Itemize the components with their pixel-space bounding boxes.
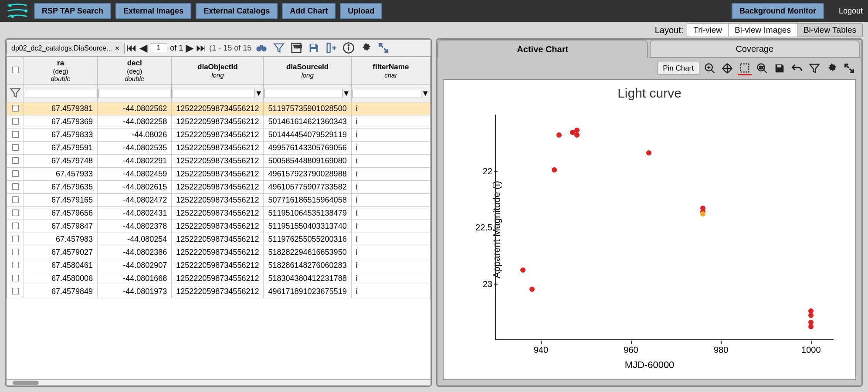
row-checkbox[interactable] [12, 223, 19, 230]
first-page-icon[interactable]: ⏮ [126, 42, 137, 54]
zoom-in-icon[interactable] [703, 61, 717, 75]
filter-row-icon[interactable] [8, 85, 23, 100]
horizontal-scrollbar[interactable] [7, 379, 431, 385]
row-checkbox[interactable] [12, 170, 19, 177]
next-page-icon[interactable]: ▶ [186, 42, 193, 54]
filter-filtername[interactable] [353, 89, 422, 98]
pan-icon[interactable] [720, 61, 734, 75]
table-row[interactable]: 67.4579635 -44.0802615 12522205987345562… [7, 181, 431, 194]
col-ra[interactable]: ra(deg)double [24, 57, 98, 84]
save-chart-icon[interactable] [773, 61, 787, 75]
filter-decl[interactable] [98, 89, 170, 98]
row-checkbox[interactable] [12, 183, 19, 190]
add-chart-button[interactable]: Add Chart [282, 3, 336, 19]
info-icon[interactable] [341, 41, 356, 55]
table-row[interactable]: 67.4579165 -44.0802472 12522205987345562… [7, 194, 431, 207]
logout-link[interactable]: Logout [839, 7, 863, 16]
table-row[interactable]: 67.4579833 -44.08026 1252220598734556212… [7, 128, 431, 142]
data-point[interactable] [529, 287, 535, 292]
row-checkbox[interactable] [12, 249, 19, 256]
add-column-icon[interactable] [324, 41, 339, 55]
table-row[interactable]: 67.4579748 -44.0802291 12522205987345562… [7, 155, 431, 168]
table-row[interactable]: 67.4580006 -44.0801668 12522205987345562… [7, 272, 431, 285]
table-row[interactable]: 67.4579847 -44.0802378 12522205987345562… [7, 220, 431, 233]
chevron-down-icon[interactable]: ▼ [421, 89, 429, 98]
cell-decl: -44.0802535 [98, 142, 172, 155]
expand-icon[interactable] [376, 41, 391, 55]
data-point[interactable] [552, 167, 557, 172]
row-checkbox[interactable] [12, 105, 19, 112]
settings-icon[interactable] [359, 41, 373, 55]
row-checkbox[interactable] [12, 118, 19, 125]
data-point[interactable] [520, 267, 526, 273]
chevron-down-icon[interactable]: ▼ [342, 89, 350, 98]
layout-biview-images[interactable]: Bi-view Images [729, 24, 797, 37]
chart-filter-icon[interactable] [807, 61, 821, 75]
row-checkbox[interactable] [12, 157, 19, 164]
undo-icon[interactable] [790, 61, 804, 75]
filter-diaobjectid[interactable] [173, 89, 254, 98]
table-row[interactable]: 67.4579381 -44.0802562 12522205987345562… [7, 102, 431, 115]
select-all-checkbox[interactable] [12, 67, 19, 74]
col-filtername[interactable]: filterNamechar [351, 57, 430, 84]
data-point[interactable] [574, 132, 580, 138]
upload-button[interactable]: Upload [340, 3, 382, 19]
chevron-down-icon[interactable]: ▼ [255, 89, 263, 98]
select-box-icon[interactable] [738, 61, 752, 75]
col-diaobjectid[interactable]: diaObjectIdlong [172, 57, 264, 84]
filter-diasourceid[interactable] [264, 89, 342, 98]
header-row: ra(deg)double decl(deg)double diaObjectI… [7, 57, 431, 84]
pin-chart-button[interactable]: Pin Chart [657, 62, 699, 75]
tab-active-chart[interactable]: Active Chart [437, 40, 648, 58]
row-checkbox[interactable] [12, 275, 19, 282]
close-icon[interactable]: ✕ [115, 45, 120, 52]
row-checkbox[interactable] [12, 131, 19, 138]
tap-search-button[interactable]: RSP TAP Search [34, 3, 111, 19]
prev-page-icon[interactable]: ◀ [139, 42, 147, 54]
row-checkbox[interactable] [12, 288, 19, 295]
table-row[interactable]: 67.4580461 -44.0802907 12522205987345562… [7, 259, 431, 272]
row-checkbox[interactable] [12, 144, 19, 151]
data-point[interactable] [700, 211, 705, 216]
table-row[interactable]: 67.4579656 -44.0802431 12522205987345562… [7, 207, 431, 220]
row-checkbox[interactable] [12, 196, 19, 203]
filter-icon[interactable] [271, 41, 286, 55]
col-diasourceid[interactable]: diaSourceIdlong [264, 57, 351, 84]
plot-area[interactable]: 9409609801000 [496, 115, 834, 340]
cell-filter: i [351, 102, 430, 115]
row-checkbox[interactable] [12, 210, 19, 216]
chart-expand-icon[interactable] [842, 61, 856, 75]
table-row[interactable]: 67.4579591 -44.0802535 12522205987345562… [7, 142, 431, 155]
cell-filter: i [351, 272, 430, 285]
filter-ra[interactable] [25, 89, 96, 98]
external-images-button[interactable]: External Images [115, 3, 191, 19]
save-icon[interactable] [306, 41, 321, 55]
layout-triview[interactable]: Tri-view [687, 24, 729, 37]
table-row[interactable]: 67.457983 -44.080254 1252220598734556212… [7, 233, 431, 246]
table-row[interactable]: 67.457933 -44.0802459 125222059873455621… [7, 168, 431, 181]
table-tab[interactable]: dp02_dc2_catalogs.DiaSource... ✕ [7, 43, 125, 54]
cell-ra: 67.4580461 [24, 259, 98, 272]
tab-coverage[interactable]: Coverage [650, 40, 860, 58]
text-view-icon[interactable]: TEXT [289, 41, 304, 55]
chart-settings-icon[interactable] [825, 61, 839, 75]
zoom-reset-icon[interactable]: 1x [755, 61, 769, 75]
external-catalogs-button[interactable]: External Catalogs [196, 3, 278, 19]
col-decl[interactable]: decl(deg)double [98, 57, 172, 84]
chart-area[interactable]: Light curve Apparent Magnitude (i) MJD-6… [443, 79, 856, 380]
cell-obj: 1252220598734556212 [172, 142, 264, 155]
table-row[interactable]: 67.4579849 -44.0801973 12522205987345562… [7, 285, 431, 298]
layout-biview-tables[interactable]: Bi-view Tables [797, 24, 862, 37]
binoculars-icon[interactable] [254, 41, 269, 55]
data-point[interactable] [646, 150, 651, 155]
row-checkbox[interactable] [12, 262, 19, 269]
background-monitor-button[interactable]: Background Monitor [732, 3, 824, 19]
table-row[interactable]: 67.4579369 -44.0802258 12522205987345562… [7, 115, 431, 128]
row-checkbox[interactable] [12, 236, 19, 243]
page-input[interactable] [150, 44, 167, 52]
table-row[interactable]: 67.4579027 -44.0802386 12522205987345562… [7, 246, 431, 259]
data-point[interactable] [556, 132, 562, 138]
data-point[interactable] [808, 313, 814, 318]
last-page-icon[interactable]: ⏭ [196, 42, 207, 54]
data-point[interactable] [808, 324, 814, 329]
